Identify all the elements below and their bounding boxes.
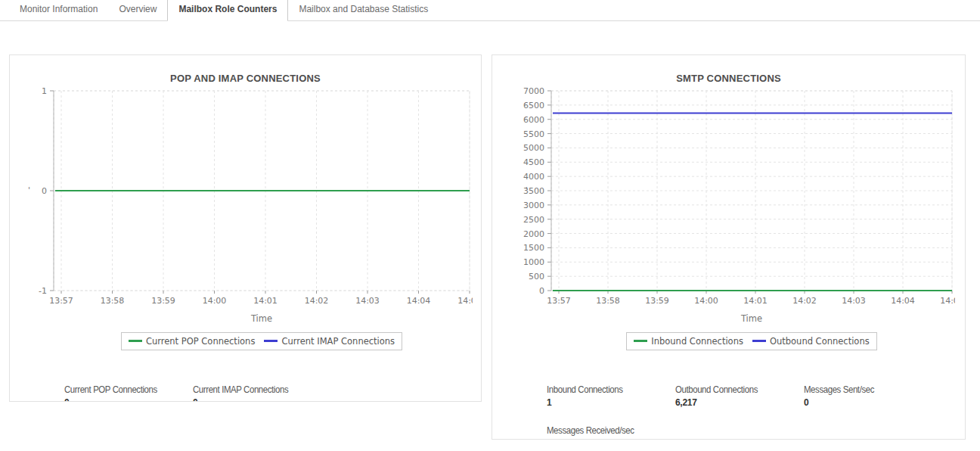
legend-label: Current IMAP Connections xyxy=(281,336,395,347)
legend-wrap: Inbound ConnectionsOutbound Connections xyxy=(551,331,952,350)
y-tick-label: 2500 xyxy=(523,215,544,225)
y-tick-label: 1 xyxy=(42,88,47,96)
y-tick-label: -1 xyxy=(39,286,47,296)
stat-value: 0 xyxy=(193,397,321,403)
x-tick-label: 14:02 xyxy=(305,296,329,306)
x-tick-label: 14:05 xyxy=(457,296,473,306)
stat-value: 0 xyxy=(64,397,193,403)
stat-label: Current IMAP Connections xyxy=(193,384,315,395)
x-tick-label: 14:04 xyxy=(407,296,431,306)
x-tick-label: 13:57 xyxy=(547,296,571,306)
y-tick-label: 6500 xyxy=(523,101,544,110)
stats-grid: Current POP Connections0Current IMAP Con… xyxy=(64,384,481,403)
y-tick-label: 1500 xyxy=(523,243,544,253)
x-tick-label: 13:57 xyxy=(49,296,73,306)
x-tick-label: 13:59 xyxy=(645,296,669,306)
legend-item: Current IMAP Connections xyxy=(264,336,395,347)
chart-svg: -10113:5713:5813:5914:0014:0114:0214:031… xyxy=(10,88,473,309)
smtp-chart: 0500100015002000250030003500400045005000… xyxy=(492,88,965,312)
y-axis-title: ' xyxy=(28,185,30,195)
y-tick-label: 7000 xyxy=(523,88,544,96)
page: Monitor InformationOverviewMailbox Role … xyxy=(0,0,980,451)
x-tick-label: 14:04 xyxy=(891,296,915,306)
x-axis-title: Time xyxy=(551,313,952,324)
stat-label: Messages Sent/sec xyxy=(804,384,926,395)
x-tick-label: 14:01 xyxy=(253,296,278,306)
legend-label: Outbound Connections xyxy=(770,336,870,347)
x-tick-label: 14:00 xyxy=(203,296,227,306)
y-tick-label: 500 xyxy=(529,272,544,281)
y-tick-label: 5500 xyxy=(523,129,544,139)
chart-legend: Current POP ConnectionsCurrent IMAP Conn… xyxy=(121,332,402,350)
y-axis-title: ' xyxy=(526,185,528,195)
x-tick-label: 14:01 xyxy=(743,296,768,306)
chart-svg: 0500100015002000250030003500400045005000… xyxy=(492,88,955,309)
y-tick-label: 2000 xyxy=(523,229,544,239)
legend-item: Outbound Connections xyxy=(752,336,870,347)
stat-item: Messages Received/sec0 xyxy=(547,425,675,440)
y-tick-label: 1000 xyxy=(523,257,544,267)
legend-swatch xyxy=(752,340,766,342)
pop-imap-connections-panel: POP AND IMAP CONNECTIONS -10113:5713:581… xyxy=(9,54,482,402)
y-tick-label: 0 xyxy=(42,186,47,196)
x-tick-label: 14:05 xyxy=(940,296,955,306)
x-tick-label: 14:03 xyxy=(355,296,380,306)
x-tick-label: 13:58 xyxy=(596,296,620,306)
y-tick-label: 5000 xyxy=(523,143,544,153)
y-tick-label: 0 xyxy=(539,286,544,296)
stat-label: Current POP Connections xyxy=(64,384,187,395)
stat-label: Outbound Connections xyxy=(675,384,798,395)
chart-title: SMTP CONNECTIONS xyxy=(492,73,965,84)
x-tick-label: 13:59 xyxy=(151,296,175,306)
stat-item: Current IMAP Connections0 xyxy=(193,384,321,403)
chart-legend: Inbound ConnectionsOutbound Connections xyxy=(626,332,876,350)
x-tick-label: 14:03 xyxy=(842,296,866,306)
y-tick-label: 4000 xyxy=(523,172,544,182)
x-axis-title: Time xyxy=(54,313,470,324)
legend-item: Current POP Connections xyxy=(129,336,256,347)
legend-item: Inbound Connections xyxy=(634,336,743,347)
legend-swatch xyxy=(264,340,278,342)
stat-value: 1 xyxy=(547,397,675,408)
y-tick-label: 6000 xyxy=(523,115,544,125)
stat-item: Current POP Connections0 xyxy=(64,384,193,403)
smtp-connections-panel: SMTP CONNECTIONS 05001000150020002500300… xyxy=(492,54,966,440)
tab-overview[interactable]: Overview xyxy=(108,0,167,20)
tab-monitor-information[interactable]: Monitor Information xyxy=(9,0,108,20)
stat-item: Inbound Connections1 xyxy=(547,384,675,408)
stat-value: 6,217 xyxy=(675,397,804,408)
tab-mailbox-and-database-statistics[interactable]: Mailbox and Database Statistics xyxy=(288,0,439,20)
legend-label: Inbound Connections xyxy=(651,336,743,347)
tab-bar: Monitor InformationOverviewMailbox Role … xyxy=(0,0,980,21)
stat-value: 0 xyxy=(804,397,932,408)
stat-label: Messages Received/sec xyxy=(547,425,669,436)
chart-title: POP AND IMAP CONNECTIONS xyxy=(10,73,481,84)
tab-mailbox-role-counters[interactable]: Mailbox Role Counters xyxy=(167,0,288,21)
legend-swatch xyxy=(634,340,647,342)
x-tick-label: 14:02 xyxy=(792,296,817,306)
stat-item: Outbound Connections6,217 xyxy=(675,384,804,408)
y-tick-label: 3000 xyxy=(523,201,544,210)
panels-container: POP AND IMAP CONNECTIONS -10113:5713:581… xyxy=(0,54,980,440)
y-tick-label: 4500 xyxy=(523,157,544,167)
stat-item: Messages Sent/sec0 xyxy=(804,384,932,408)
legend-swatch xyxy=(129,340,142,342)
stat-value: 0 xyxy=(547,438,675,440)
legend-label: Current POP Connections xyxy=(146,336,256,347)
stat-label: Inbound Connections xyxy=(547,384,669,395)
x-tick-label: 14:00 xyxy=(694,296,718,306)
legend-wrap: Current POP ConnectionsCurrent IMAP Conn… xyxy=(54,331,470,350)
x-tick-label: 13:58 xyxy=(101,296,125,306)
pop-imap-chart: -10113:5713:5813:5914:0014:0114:0214:031… xyxy=(10,88,481,312)
stats-grid: Inbound Connections1Outbound Connections… xyxy=(547,384,965,440)
